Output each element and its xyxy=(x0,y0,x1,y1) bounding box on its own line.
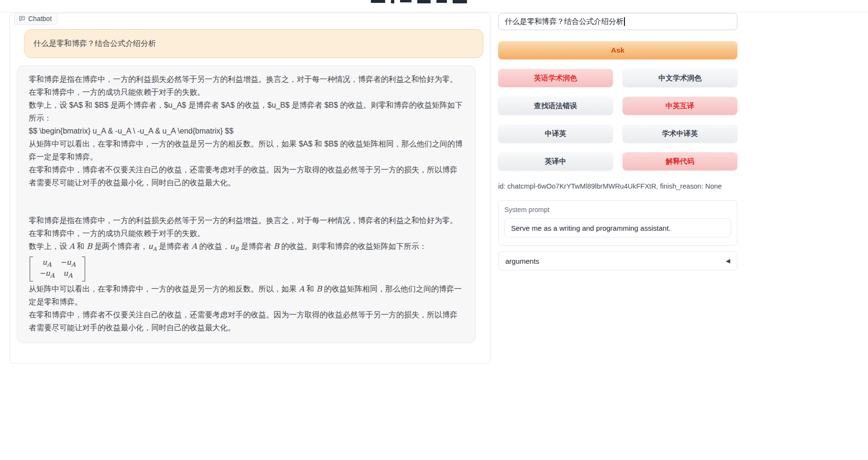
bot-answer-rendered: 零和博弈是指在博弈中，一方的利益损失必然等于另一方的利益增益。换言之，对于每一种… xyxy=(29,214,464,334)
title-glyph-fragment xyxy=(453,0,467,3)
text-run: 的收益。则零和博弈的收益矩阵如下所示： xyxy=(279,242,426,250)
title-glyph-fragment xyxy=(436,0,447,3)
text-run: 的收益， xyxy=(197,242,230,250)
bot-raw-paragraph: 数学上，设 $A$ 和 $B$ 是两个博弈者，$u_A$ 是博弈者 $A$ 的收… xyxy=(29,99,464,124)
text-run: 和 xyxy=(304,285,316,293)
bot-rendered-paragraph: 零和博弈是指在博弈中，一方的利益损失必然等于另一方的利益增益。换言之，对于每一种… xyxy=(29,214,464,240)
bot-raw-paragraph: 在零和博弈中，博弈者不仅要关注自己的收益，还需要考虑对手的收益。因为一方取得的收… xyxy=(29,163,464,189)
system-prompt-label: System prompt xyxy=(504,206,731,213)
user-message-text: 什么是零和博弈？结合公式介绍分析 xyxy=(33,39,156,47)
math-var: B xyxy=(87,242,92,251)
math-var: B xyxy=(316,284,322,293)
clipped-page-title xyxy=(371,0,490,4)
text-run: 是博弈者 xyxy=(239,242,274,250)
text-caret xyxy=(624,17,625,26)
zh-to-en-button[interactable]: 中译英 xyxy=(498,124,613,143)
matrix-cell: uA xyxy=(57,269,78,280)
math-var: uB xyxy=(230,242,238,251)
title-glyph-fragment xyxy=(417,0,431,3)
chinese-academic-polish-button[interactable]: 中文学术润色 xyxy=(623,69,737,87)
chat-bubble-icon xyxy=(19,15,25,22)
bot-answer-raw: 零和博弈是指在博弈中，一方的利益损失必然等于另一方的利益增益。换言之，对于每一种… xyxy=(29,73,464,189)
message-list: 什么是零和博弈？结合公式介绍分析 零和博弈是指在博弈中，一方的利益损失必然等于另… xyxy=(10,13,490,343)
matrix-row: uA −uA xyxy=(36,258,78,269)
matrix-row: −uA uA xyxy=(36,269,78,280)
text-run: 是两个博弈者， xyxy=(92,242,148,250)
en-to-zh-button[interactable]: 英译中 xyxy=(498,152,613,170)
academic-zh-to-en-button[interactable]: 学术中译英 xyxy=(623,124,737,143)
bot-rendered-paragraph: 从矩阵中可以看出，在零和博弈中，一方的收益是另一方的相反数。所以，如果 A 和 … xyxy=(29,282,464,308)
matrix-cell: uA xyxy=(36,258,57,269)
title-glyph-fragment xyxy=(371,0,385,3)
ask-button[interactable]: Ask xyxy=(498,41,737,59)
question-input-value: 什么是零和博弈？结合公式介绍分析 xyxy=(505,17,623,27)
title-glyph-fragment xyxy=(391,0,394,3)
math-var: A xyxy=(299,284,304,293)
math-var: A xyxy=(69,242,75,251)
math-var: A xyxy=(191,242,197,251)
chatbot-label: Chatbot xyxy=(14,13,57,25)
explain-code-button[interactable]: 解释代码 xyxy=(623,152,737,170)
user-message-bubble: 什么是零和博弈？结合公式介绍分析 xyxy=(24,29,483,58)
text-run: 和 xyxy=(75,242,87,250)
bot-rendered-paragraph: 在零和博弈中，博弈者不仅要关注自己的收益，还需要考虑对手的收益。因为一方取得的收… xyxy=(29,308,464,334)
quick-action-grid: 英语学术润色 中文学术润色 查找语法错误 中英互译 中译英 学术中译英 英译中 … xyxy=(498,69,737,170)
bot-raw-paragraph: 从矩阵中可以看出，在零和博弈中，一方的收益是另一方的相反数。所以，如果 $A$ … xyxy=(29,137,464,163)
math-var: uA xyxy=(148,242,156,251)
arguments-accordion-header[interactable]: arguments ◀ xyxy=(498,251,737,270)
system-prompt-group: System prompt Serve me as a writing and … xyxy=(498,200,737,246)
bot-message-bubble: 零和博弈是指在博弈中，一方的利益损失必然等于另一方的利益增益。换言之，对于每一种… xyxy=(17,65,476,343)
zh-en-mutual-translate-button[interactable]: 中英互译 xyxy=(623,97,737,115)
text-run: 从矩阵中可以看出，在零和博弈中，一方的收益是另一方的相反数。所以，如果 xyxy=(29,285,299,293)
header-divider xyxy=(0,12,868,12)
math-var: B xyxy=(274,242,279,251)
bot-raw-paragraph: 零和博弈是指在博弈中，一方的利益损失必然等于另一方的利益增益。换言之，对于每一种… xyxy=(29,73,464,99)
matrix-cell: −uA xyxy=(57,258,78,269)
text-run: 是博弈者 xyxy=(156,242,191,250)
matrix-cell: −uA xyxy=(36,269,57,280)
payoff-matrix: uA −uA −uA uA xyxy=(30,257,85,281)
collapse-arrow-icon: ◀ xyxy=(726,258,730,264)
question-input[interactable]: 什么是零和博弈？结合公式介绍分析 xyxy=(498,13,737,30)
find-grammar-errors-button[interactable]: 查找语法错误 xyxy=(498,97,613,115)
chatbot-label-text: Chatbot xyxy=(28,15,52,22)
english-academic-polish-button[interactable]: 英语学术润色 xyxy=(498,69,613,87)
response-status-text: id: chatcmpl-6wOo7KrYTwMl89lbrMWRu4UkFFX… xyxy=(498,182,737,190)
chatbot-panel: Chatbot 什么是零和博弈？结合公式介绍分析 零和博弈是指在博弈中，一方的利… xyxy=(10,13,490,364)
app-container: Chatbot 什么是零和博弈？结合公式介绍分析 零和博弈是指在博弈中，一方的利… xyxy=(10,13,737,364)
title-glyph-fragment xyxy=(400,0,412,2)
accordion-label: arguments xyxy=(505,257,539,265)
text-run: 数学上，设 xyxy=(29,242,69,250)
control-panel: 什么是零和博弈？结合公式介绍分析 Ask 英语学术润色 中文学术润色 查找语法错… xyxy=(498,13,737,270)
bot-raw-formula: $$ \begin{bmatrix} u_A & -u_A \ -u_A & u… xyxy=(29,124,464,137)
system-prompt-value: Serve me as a writing and programming as… xyxy=(511,224,670,232)
system-prompt-input[interactable]: Serve me as a writing and programming as… xyxy=(504,218,731,237)
bot-rendered-paragraph: 数学上，设 A 和 B 是两个博弈者，uA 是博弈者 A 的收益，uB 是博弈者… xyxy=(29,240,464,256)
